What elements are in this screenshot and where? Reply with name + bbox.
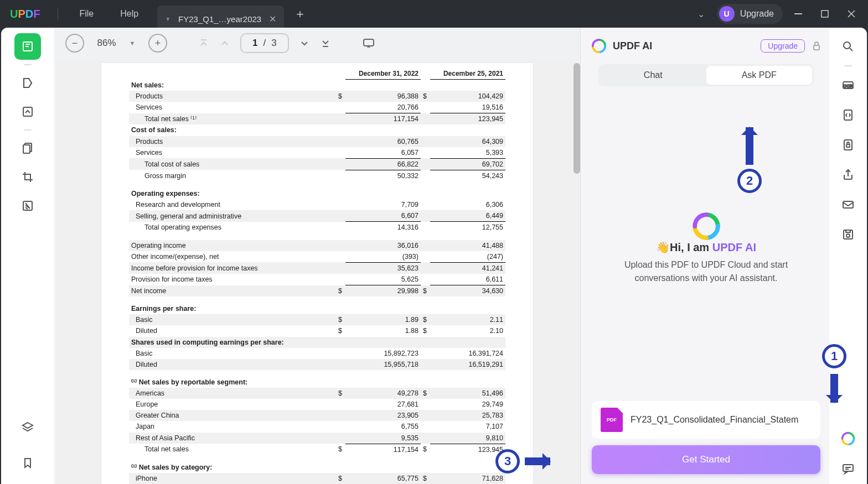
table-row: Selling, general and administrative6,607… xyxy=(129,210,505,222)
scrollbar[interactable] xyxy=(574,63,580,174)
save-icon[interactable] xyxy=(837,223,859,246)
avatar: U xyxy=(719,6,735,22)
table-row: ⁽¹⁾ Net sales by reportable segment: xyxy=(129,377,505,388)
table-row: Operating income36,01641,488 xyxy=(129,240,505,251)
separator xyxy=(58,8,58,19)
window-close-icon[interactable] xyxy=(840,4,862,24)
svg-point-17 xyxy=(846,234,850,237)
add-tab-button[interactable]: ＋ xyxy=(284,6,316,22)
table-row: Operating expenses: xyxy=(129,188,505,199)
column-header-1: December 31, 2022 xyxy=(345,69,421,80)
svg-rect-3 xyxy=(23,107,32,116)
document-tab[interactable]: ▼ FY23_Q1_…year2023 ✕ xyxy=(157,6,284,28)
table-row: Net income$29,998$34,630 xyxy=(129,285,505,297)
redact-tool[interactable] xyxy=(14,192,41,219)
table-row: Products60,76564,309 xyxy=(129,136,505,147)
table-row: Income before provision for income taxes… xyxy=(129,262,505,274)
tabs-dropdown-icon[interactable]: ⌄ xyxy=(690,9,712,19)
ai-description: Upload this PDF to UPDF Cloud and start … xyxy=(596,258,816,285)
edit-tool[interactable] xyxy=(14,98,41,125)
tab-caret-icon: ▼ xyxy=(165,16,170,22)
table-row: iPhone$65,775$71,628 xyxy=(129,473,505,484)
svg-rect-8 xyxy=(814,45,819,50)
table-row: Americas$49,278$51,496 xyxy=(129,388,505,399)
comment-tool[interactable] xyxy=(14,70,41,96)
tab-close-icon[interactable]: ✕ xyxy=(269,14,276,24)
window-minimize-icon[interactable] xyxy=(787,4,809,24)
prev-page-button[interactable] xyxy=(219,38,230,49)
svg-point-9 xyxy=(844,42,850,49)
menu-file[interactable]: File xyxy=(66,9,107,19)
ai-icon[interactable] xyxy=(837,428,859,450)
table-row: Shares used in computing earnings per sh… xyxy=(129,337,505,348)
app-logo: UPDF xyxy=(10,8,40,20)
first-page-button[interactable] xyxy=(198,38,209,49)
svg-text:OCR: OCR xyxy=(843,84,853,89)
updf-ai-logo-icon xyxy=(591,38,607,54)
comment-icon[interactable] xyxy=(837,457,859,480)
next-page-button[interactable] xyxy=(299,38,310,49)
table-row: Total net sales$117,154$123,945 xyxy=(129,444,505,455)
column-header-2: December 25, 2021 xyxy=(430,69,505,80)
table-row: Diluted$1.88$2.10 xyxy=(129,325,505,336)
convert-icon[interactable] xyxy=(837,104,859,126)
email-icon[interactable] xyxy=(837,194,859,216)
last-page-button[interactable] xyxy=(320,38,331,49)
protect-icon[interactable] xyxy=(837,134,859,156)
page-indicator[interactable]: 1 / 3 xyxy=(240,33,289,53)
table-row: Europe27,68129,749 xyxy=(129,399,505,410)
page-separator: / xyxy=(263,38,266,49)
reader-tool[interactable] xyxy=(14,33,41,60)
table-row: Rest of Asia Pacific9,5359,810 xyxy=(129,433,505,444)
table-row xyxy=(129,296,505,303)
table-row: Basic15,892,72316,391,724 xyxy=(129,348,505,359)
ai-upgrade-button[interactable]: Upgrade xyxy=(761,39,805,53)
bookmark-icon[interactable] xyxy=(14,450,41,476)
ai-panel-title: UPDF AI xyxy=(613,40,652,52)
separator xyxy=(844,65,852,66)
search-icon[interactable] xyxy=(837,35,859,58)
ai-file-name: FY23_Q1_Consolidated_Financial_Statem xyxy=(631,415,798,425)
zoom-out-button[interactable]: − xyxy=(65,34,84,53)
svg-rect-1 xyxy=(822,11,828,17)
table-row: Total operating expenses14,31612,755 xyxy=(129,222,505,233)
table-row: Other income/(expense), net(393)(247) xyxy=(129,251,505,263)
svg-rect-15 xyxy=(843,201,853,208)
crop-tool[interactable] xyxy=(14,164,41,190)
separator xyxy=(24,129,32,131)
upgrade-button[interactable]: U Upgrade xyxy=(717,4,783,24)
ai-greeting: 👋Hi, I am UPDF AI xyxy=(656,241,756,254)
ai-file-card: PDF FY23_Q1_Consolidated_Financial_State… xyxy=(592,401,820,439)
table-row: Services20,76619,516 xyxy=(129,102,505,113)
presentation-icon[interactable] xyxy=(362,37,375,50)
get-started-button[interactable]: Get Started xyxy=(592,445,820,474)
zoom-level[interactable]: 86%▼ xyxy=(94,38,138,49)
pdf-badge-icon: PDF xyxy=(601,408,623,432)
table-row: Net sales: xyxy=(129,80,505,91)
ai-tab-ask-pdf[interactable]: Ask PDF xyxy=(706,66,813,85)
table-row: ⁽¹⁾ Net sales by category: xyxy=(129,462,505,473)
total-pages: 3 xyxy=(271,38,276,49)
lock-icon[interactable] xyxy=(812,41,822,51)
table-row xyxy=(129,233,505,240)
table-row: Gross margin50,33254,243 xyxy=(129,170,505,181)
table-row: Products$96,388$104,429 xyxy=(129,91,505,102)
window-maximize-icon[interactable] xyxy=(814,4,836,24)
page-tool[interactable] xyxy=(14,135,41,162)
ai-tab-chat[interactable]: Chat xyxy=(600,66,706,85)
table-row xyxy=(129,455,505,462)
table-row: Diluted15,955,71816,519,291 xyxy=(129,359,505,370)
table-row xyxy=(129,181,505,188)
svg-rect-14 xyxy=(846,144,850,147)
zoom-in-button[interactable]: + xyxy=(148,34,167,53)
svg-rect-0 xyxy=(794,13,802,14)
svg-rect-5 xyxy=(23,145,30,153)
updf-ai-center-logo-icon xyxy=(692,212,721,241)
share-icon[interactable] xyxy=(837,164,859,186)
ocr-icon[interactable]: OCR xyxy=(837,74,859,96)
table-row: Japan6,7557,107 xyxy=(129,421,505,432)
table-row: Research and development7,7096,306 xyxy=(129,199,505,210)
layers-icon[interactable] xyxy=(14,414,41,441)
table-row: Earnings per share: xyxy=(129,303,505,314)
menu-help[interactable]: Help xyxy=(107,9,152,19)
